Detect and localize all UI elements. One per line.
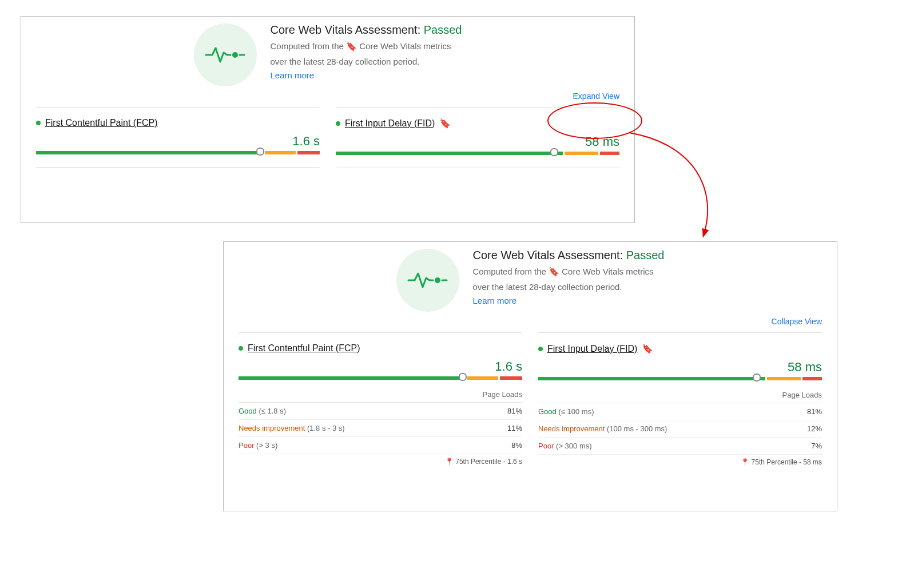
cwv-header: Core Web Vitals Assessment: Passed Compu… — [21, 17, 634, 86]
metric-fcp: First Contentful Paint (FCP) 1.6 s — [36, 107, 320, 168]
assessment-desc-line1: Computed from the 🔖 Core Web Vitals metr… — [473, 265, 665, 279]
bookmark-icon: 🔖 — [439, 118, 451, 129]
metric-value-fcp: 1.6 s — [239, 359, 522, 374]
cwv-header: Core Web Vitals Assessment: Passed Compu… — [224, 242, 837, 312]
metric-title-fid[interactable]: First Input Delay (FID) — [547, 344, 637, 354]
metric-bar-fcp — [36, 151, 320, 154]
dist-row: Poor (> 300 ms)7% — [538, 438, 822, 455]
collapse-view-button[interactable]: Collapse View — [772, 317, 822, 326]
svg-point-0 — [232, 52, 238, 58]
metric-fid: First Input Delay (FID) 🔖 58 ms — [336, 107, 619, 168]
dist-row: Good (≤ 1.8 s)81% — [239, 403, 522, 420]
header-text: Core Web Vitals Assessment: Passed Compu… — [271, 23, 462, 86]
expand-view-button[interactable]: Expand View — [573, 92, 619, 101]
bookmark-icon: 🔖 — [549, 267, 559, 276]
metric-bar-fcp — [239, 376, 522, 380]
percentile-marker — [550, 148, 558, 156]
bookmark-icon: 🔖 — [346, 41, 357, 51]
metric-bar-fid — [336, 152, 619, 155]
pulse-icon — [194, 23, 257, 86]
metric-value-fid: 58 ms — [336, 134, 619, 149]
cwv-panel-collapsed: Core Web Vitals Assessment: Passed Compu… — [21, 16, 635, 223]
assessment-status: Passed — [626, 249, 665, 261]
dist-row: Needs improvement (100 ms - 300 ms)12% — [538, 420, 822, 438]
header-text: Core Web Vitals Assessment: Passed Compu… — [473, 249, 665, 312]
metric-title-fid[interactable]: First Input Delay (FID) — [345, 118, 435, 129]
dist-row: Needs improvement (1.8 s - 3 s)11% — [239, 420, 522, 437]
distribution-table-fid: Page LoadsGood (≤ 100 ms)81%Needs improv… — [538, 387, 822, 466]
pulse-icon — [396, 249, 459, 312]
svg-point-2 — [435, 277, 440, 283]
percentile-marker — [459, 373, 467, 381]
learn-more-link[interactable]: Learn more — [473, 296, 517, 305]
bookmark-icon: 🔖 — [642, 343, 653, 354]
percentile-footnote: 📍 75th Percentile - 1.6 s — [239, 454, 522, 466]
metric-title-fcp[interactable]: First Contentful Paint (FCP) — [248, 343, 360, 353]
metric-fcp: First Contentful Paint (FCP) 1.6 s Page … — [239, 332, 522, 466]
percentile-marker — [256, 148, 264, 156]
metrics-row: First Contentful Paint (FCP) 1.6 s Page … — [224, 332, 837, 466]
title-prefix: Core Web Vitals Assessment: — [271, 23, 424, 36]
learn-more-link[interactable]: Learn more — [271, 70, 315, 80]
metrics-row: First Contentful Paint (FCP) 1.6 s First… — [21, 107, 634, 168]
metric-bar-fid — [538, 377, 822, 380]
metric-fid: First Input Delay (FID) 🔖 58 ms Page Loa… — [538, 332, 822, 466]
status-dot — [336, 121, 340, 126]
assessment-status: Passed — [424, 23, 462, 36]
status-dot — [239, 346, 243, 351]
metric-title-fcp[interactable]: First Contentful Paint (FCP) — [45, 118, 158, 128]
status-dot — [36, 121, 41, 125]
assessment-desc-line2: over the latest 28-day collection period… — [473, 281, 665, 294]
percentile-marker — [753, 374, 761, 382]
metric-value-fcp: 1.6 s — [36, 134, 320, 149]
dist-header: Page Loads — [239, 387, 522, 403]
distribution-table-fcp: Page LoadsGood (≤ 1.8 s)81%Needs improve… — [239, 387, 522, 466]
percentile-footnote: 📍 75th Percentile - 58 ms — [538, 455, 822, 466]
assessment-title: Core Web Vitals Assessment: Passed — [271, 23, 462, 37]
assessment-title: Core Web Vitals Assessment: Passed — [473, 249, 665, 262]
cwv-panel-expanded: Core Web Vitals Assessment: Passed Compu… — [223, 241, 837, 511]
status-dot — [538, 347, 543, 351]
dist-header: Page Loads — [538, 387, 822, 403]
metric-value-fid: 58 ms — [538, 360, 822, 375]
assessment-desc-line1: Computed from the 🔖 Core Web Vitals metr… — [271, 40, 462, 53]
dist-row: Poor (> 3 s)8% — [239, 437, 522, 454]
assessment-desc-line2: over the latest 28-day collection period… — [271, 55, 462, 69]
dist-row: Good (≤ 100 ms)81% — [538, 403, 822, 420]
